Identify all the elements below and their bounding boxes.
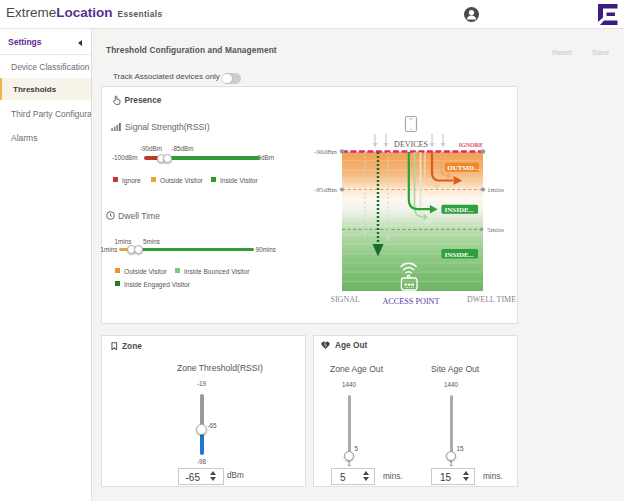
svg-text:5mins: 5mins [487,226,504,234]
svg-text:ACCESS POINT: ACCESS POINT [382,297,439,306]
svg-text:SIGNAL: SIGNAL [331,295,360,304]
svg-text:INSIDE...: INSIDE... [445,206,475,214]
svg-text:DWELL TIME: DWELL TIME [467,295,516,304]
svg-text:DEVICES: DEVICES [394,140,428,149]
svg-text:-90dBm: -90dBm [314,148,338,156]
svg-text:OUTSID...: OUTSID... [447,164,479,172]
svg-text:1mins: 1mins [487,186,504,194]
svg-text:-85dBm: -85dBm [314,186,338,194]
svg-text:INSIDE...: INSIDE... [445,251,475,259]
svg-text:IGNORE: IGNORE [459,142,483,148]
